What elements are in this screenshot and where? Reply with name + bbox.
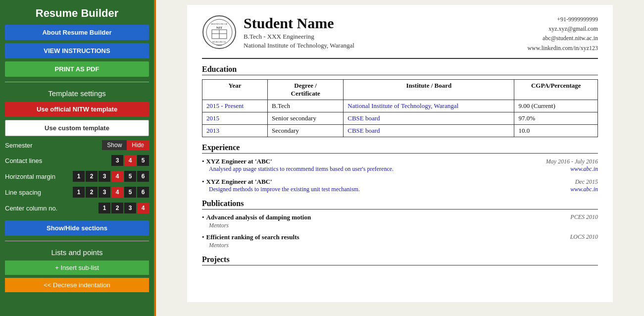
pub-title-row: • Efficient ranking of search results LO… [202,233,598,241]
edu-year: 2015 [202,112,268,124]
exp-desc-row: Designed methods to improve the existing… [202,186,598,193]
education-title: Education [202,65,598,75]
app-title: Resume Builder [5,7,149,20]
edu-cgpa: 10.0 [514,124,598,137]
pub-bullet: • [202,233,204,241]
use-official-button[interactable]: Use official NITW template [5,102,149,117]
template-settings-title: Template settings [5,89,149,98]
view-instructions-button[interactable]: VIEW INSTRUCTIONS [5,43,149,58]
resume-area: INSTITUTE OF NIT WARANGAL INDIA Student … [156,0,644,316]
ls-3[interactable]: 3 [99,187,110,198]
decrease-indent-button[interactable]: << Decrese indentation [5,278,149,292]
exp-link: www.abc.in [570,186,598,193]
svg-text:NIT: NIT [216,26,223,30]
line-spacing-group: 1 2 3 4 5 6 [73,187,149,198]
center-column-group: 1 2 3 4 [99,203,149,213]
edu-col-year: Year [202,79,268,100]
semester-hide-button[interactable]: Hide [127,140,149,150]
exp-date: Dec 2015 [575,178,598,186]
cc-3[interactable]: 3 [124,203,136,213]
svg-text:WARANGAL: WARANGAL [212,41,227,43]
hm-5[interactable]: 5 [124,171,136,182]
pub-title: Advanced analysis of damping motion [206,213,571,221]
about-button[interactable]: About Resume Builder [5,25,149,40]
resume-contact: +91-9999999999 xyz.xyz@gmail.com abc@stu… [527,15,598,53]
publications-title: Publications [202,199,598,210]
contact-lines-4[interactable]: 4 [124,155,136,166]
hm-2[interactable]: 2 [86,171,98,182]
ls-1[interactable]: 1 [73,187,85,198]
edu-year: 2015 - Present [202,100,268,112]
edu-institute: CBSE board [344,112,514,124]
exp-title: XYZ Engineer at 'ABC' [206,178,575,186]
hm-6[interactable]: 6 [137,171,149,182]
exp-title: XYZ Engineer at 'ABC' [206,158,546,165]
print-pdf-button[interactable]: PRINT AS PDF [5,61,149,77]
contact-lines-5[interactable]: 5 [137,155,149,166]
cc-1[interactable]: 1 [99,203,110,213]
edu-col-institute: Institute / Board [344,79,514,100]
pub-authors: Mentors [209,242,229,249]
nitw-logo: INSTITUTE OF NIT WARANGAL INDIA [202,15,237,50]
ls-4[interactable]: 4 [111,187,123,198]
edu-institute: CBSE board [344,124,514,137]
contact-lines-3[interactable]: 3 [111,155,123,166]
semester-show-button[interactable]: Show [102,140,127,150]
svg-text:INDIA: INDIA [216,44,222,47]
exp-description: Analysed app usage statistics to recomme… [202,165,570,173]
edu-year: 2013 [202,124,268,137]
resume-document: INSTITUTE OF NIT WARANGAL INDIA Student … [187,5,613,302]
hm-4[interactable]: 4 [111,171,123,182]
exp-description: Designed methods to improve the existing… [202,186,570,193]
ls-2[interactable]: 2 [86,187,98,198]
resume-header: INSTITUTE OF NIT WARANGAL INDIA Student … [202,15,598,59]
ls-5[interactable]: 5 [124,187,136,198]
contact-email2: abc@student.nitw.ac.in [527,34,598,43]
list-item: • Efficient ranking of search results LO… [202,233,598,249]
edu-cgpa: 9.00 (Current) [514,100,598,112]
pub-title: Efficient ranking of search results [206,233,570,241]
table-row: 2013 Secondary CBSE board 10.0 [202,124,598,137]
horizontal-margin-row: Horizontal margin 1 2 3 4 5 6 [5,171,149,182]
pub-authors: Mentors [209,222,229,229]
hm-3[interactable]: 3 [99,171,110,182]
edu-degree: Senior secondary [268,112,344,124]
horizontal-margin-label: Horizontal margin [5,173,73,180]
table-row: 2015 - Present B.Tech National Institute… [202,100,598,112]
projects-title: Projects [202,255,598,265]
exp-title-row: • XYZ Engineer at 'ABC' May 2016 - July … [202,158,598,165]
lists-and-points-title: Lists and points [5,248,149,257]
contact-lines-label: Contact lines [5,157,111,164]
pub-venue: LOCS 2010 [570,233,598,241]
experience-title: Experience [202,143,598,154]
line-spacing-label: Line spacing [5,189,73,196]
cc-4[interactable]: 4 [137,203,149,213]
sidebar: Resume Builder About Resume Builder VIEW… [0,0,156,316]
cc-2[interactable]: 2 [111,203,123,213]
center-column-label: Center column no. [5,205,99,212]
pub-bullet: • [202,213,204,221]
exp-link: www.abc.in [570,165,598,173]
insert-sub-list-button[interactable]: + Insert sub-list [5,261,149,275]
edu-degree: B.Tech [268,100,344,112]
hm-1[interactable]: 1 [73,171,85,182]
publications-list: • Advanced analysis of damping motion PC… [202,213,598,249]
contact-email1: xyz.xyz@gmail.com [527,24,598,34]
list-item: • XYZ Engineer at 'ABC' Dec 2015 Designe… [202,178,598,193]
education-table: Year Degree /Certificate Institute / Boa… [202,79,598,137]
svg-text:INSTITUTE OF: INSTITUTE OF [211,23,227,25]
table-row: 2015 Senior secondary CBSE board 97.0% [202,112,598,124]
use-custom-button[interactable]: Use custom template [5,120,149,136]
divider-2 [5,241,149,241]
horizontal-margin-group: 1 2 3 4 5 6 [73,171,149,182]
contact-lines-group: 3 4 5 [111,155,149,166]
exp-desc-row: Analysed app usage statistics to recomme… [202,165,598,173]
list-item: • Advanced analysis of damping motion PC… [202,213,598,229]
pub-title-row: • Advanced analysis of damping motion PC… [202,213,598,221]
show-hide-sections-button[interactable]: Show/Hide sections [5,220,149,236]
resume-name-area: Student Name B.Tech - XXX Engineering Na… [244,15,527,50]
student-degree: B.Tech - XXX Engineering [244,33,527,41]
line-spacing-row: Line spacing 1 2 3 4 5 6 [5,187,149,198]
ls-6[interactable]: 6 [137,187,149,198]
student-name: Student Name [244,15,527,32]
